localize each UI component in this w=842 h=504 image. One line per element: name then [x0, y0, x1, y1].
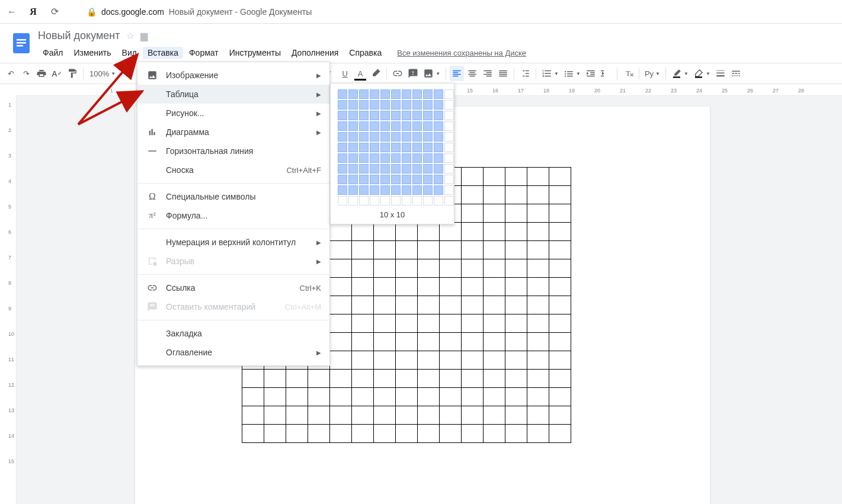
svg-rect-17: [739, 75, 740, 76]
highlight-color-button[interactable]: [369, 66, 383, 81]
back-icon[interactable]: ←: [5, 5, 19, 19]
lock-icon: 🔒: [87, 7, 97, 17]
svg-rect-12: [738, 73, 740, 74]
numbered-list-icon[interactable]: ▼: [540, 66, 561, 81]
image-icon: [146, 70, 159, 81]
menu-изменить[interactable]: Изменить: [69, 47, 116, 59]
document-title[interactable]: Новый документ: [38, 30, 120, 42]
increase-indent-icon[interactable]: [599, 66, 613, 81]
redo-icon[interactable]: ↷: [19, 66, 33, 81]
menu-item-label: Изображение: [166, 70, 312, 80]
text-color-button[interactable]: A: [353, 66, 367, 81]
toolbar: ↶ ↷ A✓ 100%▼ I U A ▼ ▼ ▼ T✕ Ру▼ ▼ ▼: [0, 63, 842, 84]
spellcheck-icon[interactable]: A✓: [50, 66, 64, 81]
svg-rect-5: [695, 76, 702, 78]
insert-menu-dropdown: Изображение▶Таблица▶Рисунок...▶Диаграмма…: [137, 62, 330, 84]
svg-rect-1: [17, 39, 26, 41]
underline-button[interactable]: U: [338, 66, 352, 81]
decrease-indent-icon[interactable]: [584, 66, 598, 81]
svg-rect-16: [737, 75, 738, 76]
align-right-icon[interactable]: [481, 66, 495, 81]
fill-color-button[interactable]: ▼: [670, 66, 690, 81]
paint-format-icon[interactable]: [65, 66, 79, 81]
svg-rect-3: [17, 45, 23, 47]
svg-rect-8: [716, 75, 725, 76]
insert-image-icon[interactable]: ▼: [421, 66, 442, 81]
svg-rect-15: [735, 75, 737, 76]
yandex-icon[interactable]: Я: [26, 5, 40, 19]
clear-formatting-icon[interactable]: T✕: [621, 66, 635, 81]
zoom-dropdown[interactable]: 100%▼: [87, 69, 118, 78]
menu-файл[interactable]: Файл: [38, 47, 68, 59]
url-domain: docs.google.com: [101, 7, 164, 17]
print-icon[interactable]: [34, 66, 49, 81]
table-size-picker[interactable]: 10 x 10: [330, 83, 454, 84]
insert-link-icon[interactable]: [390, 66, 405, 81]
insert-item--[interactable]: Изображение▶: [137, 66, 329, 84]
menu-справка[interactable]: Справка: [344, 47, 386, 59]
docs-header: Новый документ ☆ ▆ ФайлИзменитьВидВставк…: [0, 24, 842, 60]
line-spacing-icon[interactable]: [518, 66, 532, 81]
svg-rect-9: [732, 71, 740, 72]
submenu-arrow-icon: ▶: [316, 72, 321, 79]
svg-rect-7: [716, 73, 725, 74]
star-icon[interactable]: ☆: [126, 30, 135, 41]
menu-инструменты[interactable]: Инструменты: [225, 47, 286, 59]
menu-дополнения[interactable]: Дополнения: [287, 47, 343, 59]
docs-logo-icon[interactable]: [9, 31, 33, 54]
align-justify-icon[interactable]: [496, 66, 510, 81]
reload-icon[interactable]: ⟳: [47, 5, 62, 19]
border-width-icon[interactable]: [713, 66, 728, 81]
bulleted-list-icon[interactable]: ▼: [562, 66, 582, 81]
svg-rect-4: [673, 76, 680, 78]
insert-comment-icon[interactable]: [406, 66, 420, 81]
input-tools-button[interactable]: Ру▼: [643, 66, 662, 81]
svg-rect-10: [732, 73, 734, 74]
url-title: Новый документ - Google Документы: [169, 7, 312, 17]
changes-saved-link[interactable]: Все изменения сохранены на Диске: [397, 49, 526, 57]
svg-rect-13: [732, 75, 733, 76]
browser-bar: ← Я ⟳ 🔒 docs.google.com Новый документ -…: [0, 0, 842, 24]
svg-rect-11: [735, 73, 737, 74]
svg-rect-6: [716, 70, 725, 71]
menu-вид[interactable]: Вид: [117, 47, 142, 59]
menu-формат[interactable]: Формат: [184, 47, 223, 59]
menu-bar: ФайлИзменитьВидВставкаФорматИнструментыД…: [38, 45, 526, 60]
align-left-icon[interactable]: [450, 66, 464, 81]
align-center-icon[interactable]: [465, 66, 479, 81]
border-dash-icon[interactable]: [729, 66, 743, 81]
svg-rect-2: [17, 42, 26, 44]
move-folder-icon[interactable]: ▆: [140, 30, 148, 41]
menu-вставка[interactable]: Вставка: [143, 47, 183, 59]
address-bar[interactable]: 🔒 docs.google.com Новый документ - Googl…: [87, 7, 312, 17]
border-color-button[interactable]: ▼: [691, 66, 712, 81]
svg-rect-14: [734, 75, 735, 76]
undo-icon[interactable]: ↶: [4, 66, 18, 81]
